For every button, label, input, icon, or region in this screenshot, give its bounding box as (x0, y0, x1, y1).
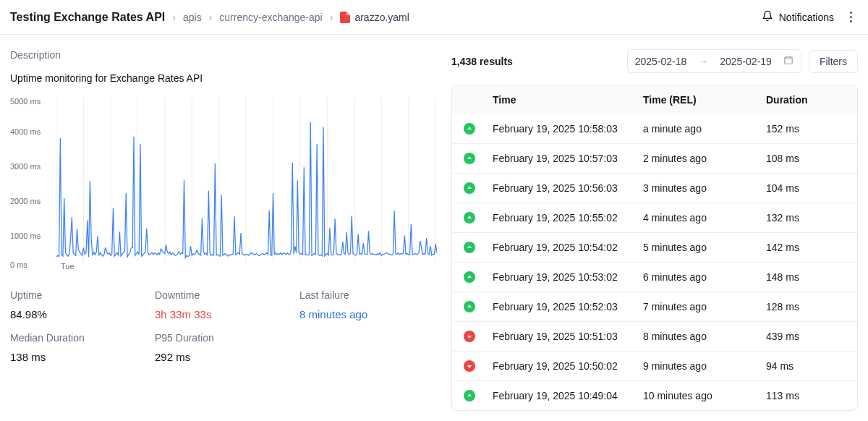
stat-value: 292 ms (155, 351, 292, 363)
table-row[interactable]: February 19, 2025 10:54:025 minutes ago1… (452, 232, 857, 262)
cell-rel: 8 minutes ago (643, 331, 766, 342)
breadcrumb-file[interactable]: arazzo.yaml (340, 12, 409, 23)
stat-p95: P95 Duration 292 ms (155, 332, 292, 363)
table-row[interactable]: February 19, 2025 10:57:032 minutes ago1… (452, 143, 857, 173)
date-from: 2025-02-18 (635, 56, 687, 67)
stats-grid: Uptime 84.98% Downtime 3h 33m 33s Last f… (10, 289, 437, 363)
status-up-icon (464, 212, 475, 224)
cell-rel: 2 minutes ago (643, 153, 766, 164)
status-down-icon (464, 331, 475, 342)
cell-rel: 10 minutes ago (643, 390, 766, 401)
col-rel[interactable]: Time (REL) (643, 94, 766, 106)
notifications-label: Notifications (779, 12, 834, 23)
cell-duration: 94 ms (766, 360, 846, 372)
ytick-2: 2000 ms (10, 197, 41, 205)
table-row[interactable]: February 19, 2025 10:56:033 minutes ago1… (452, 173, 857, 203)
ytick-0: 0 ms (10, 260, 27, 269)
stat-last-failure: Last failure 8 minutes ago (299, 289, 437, 320)
cell-rel: a minute ago (643, 123, 766, 135)
filters-button[interactable]: Filters (809, 50, 858, 73)
table-row[interactable]: February 19, 2025 10:50:029 minutes ago9… (452, 351, 857, 380)
cell-duration: 108 ms (766, 153, 846, 164)
top-bar: Testing Exchange Rates API › apis › curr… (0, 0, 868, 35)
table-row[interactable]: February 19, 2025 10:55:024 minutes ago1… (452, 203, 857, 232)
cell-time: February 19, 2025 10:54:02 (493, 242, 643, 253)
col-time[interactable]: Time (493, 94, 643, 106)
status-up-icon (464, 271, 475, 283)
stat-label: Uptime (10, 289, 148, 301)
status-up-icon (464, 123, 475, 135)
status-up-icon (464, 153, 475, 164)
calendar-icon (783, 55, 793, 67)
stat-label: P95 Duration (155, 332, 292, 344)
description-label: Description (10, 49, 437, 61)
chevron-right-icon: › (209, 12, 213, 23)
results-controls: 2025-02-18 → 2025-02-19 Filters (627, 49, 858, 73)
cell-duration: 113 ms (766, 390, 846, 401)
table-row[interactable]: February 19, 2025 10:51:038 minutes ago4… (452, 321, 857, 351)
cell-time: February 19, 2025 10:58:03 (493, 123, 643, 135)
chevron-right-icon: › (172, 12, 176, 23)
header-actions: Notifications (762, 9, 855, 25)
more-menu-button[interactable] (847, 9, 855, 25)
arrow-right-icon: → (698, 56, 708, 67)
page-title: Testing Exchange Rates API (10, 11, 165, 24)
cell-rel: 5 minutes ago (643, 242, 766, 253)
cell-duration: 148 ms (766, 271, 846, 283)
status-up-icon (464, 182, 475, 194)
notifications-button[interactable]: Notifications (762, 10, 834, 24)
status-up-icon (464, 301, 475, 312)
cell-duration: 142 ms (766, 242, 846, 253)
cell-duration: 152 ms (766, 123, 846, 135)
table-row[interactable]: February 19, 2025 10:53:026 minutes ago1… (452, 262, 857, 292)
breadcrumb-apis[interactable]: apis (183, 12, 202, 23)
cell-time: February 19, 2025 10:51:03 (493, 331, 643, 342)
latency-chart[interactable]: 0 ms 1000 ms 2000 ms 3000 ms 4000 ms 500… (10, 97, 437, 271)
status-down-icon (464, 360, 475, 372)
cell-rel: 3 minutes ago (643, 182, 766, 194)
cell-time: February 19, 2025 10:57:03 (493, 153, 643, 164)
cell-time: February 19, 2025 10:50:02 (493, 360, 643, 372)
cell-time: February 19, 2025 10:56:03 (493, 182, 643, 194)
stat-value: 84.98% (10, 308, 148, 320)
file-icon (340, 12, 350, 23)
chevron-right-icon: › (330, 12, 333, 23)
cell-rel: 4 minutes ago (643, 212, 766, 224)
col-duration[interactable]: Duration (766, 94, 846, 106)
ytick-5: 5000 ms (10, 97, 41, 106)
stat-median: Median Duration 138 ms (10, 332, 148, 363)
cell-time: February 19, 2025 10:52:03 (493, 301, 643, 312)
breadcrumb: Testing Exchange Rates API › apis › curr… (10, 11, 409, 24)
chart-svg (56, 97, 437, 263)
bell-icon (762, 10, 773, 24)
description-panel: Description Uptime monitoring for Exchan… (10, 49, 437, 421)
cell-rel: 9 minutes ago (643, 360, 766, 372)
date-range-picker[interactable]: 2025-02-18 → 2025-02-19 (627, 49, 801, 73)
cell-time: February 19, 2025 10:55:02 (493, 212, 643, 224)
results-count: 1,438 results (451, 56, 513, 67)
breadcrumb-api-name[interactable]: currency-exchange-api (219, 12, 322, 23)
table-row[interactable]: February 19, 2025 10:49:0410 minutes ago… (452, 380, 857, 410)
stat-downtime: Downtime 3h 33m 33s (155, 289, 292, 320)
table-row[interactable]: February 19, 2025 10:52:037 minutes ago1… (452, 292, 857, 321)
date-to: 2025-02-19 (720, 56, 772, 67)
status-up-icon (464, 390, 475, 401)
results-panel: 1,438 results 2025-02-18 → 2025-02-19 Fi… (451, 49, 858, 421)
stat-value: 3h 33m 33s (155, 308, 292, 320)
table-row[interactable]: February 19, 2025 10:58:03a minute ago15… (452, 114, 857, 143)
stat-label: Downtime (155, 289, 292, 301)
description-body: Uptime monitoring for Exchange Rates API (10, 72, 437, 84)
cell-duration: 132 ms (766, 212, 846, 224)
cell-duration: 128 ms (766, 301, 846, 312)
stat-uptime: Uptime 84.98% (10, 289, 148, 320)
cell-duration: 439 ms (766, 331, 846, 342)
ytick-1: 1000 ms (10, 231, 41, 240)
stat-value[interactable]: 8 minutes ago (299, 308, 437, 320)
ytick-4: 4000 ms (10, 127, 41, 136)
cell-time: February 19, 2025 10:53:02 (493, 271, 643, 283)
results-header: 1,438 results 2025-02-18 → 2025-02-19 Fi… (451, 49, 858, 73)
xtick-tue: Tue (61, 262, 75, 271)
table-header: Time Time (REL) Duration (452, 85, 857, 114)
stat-label: Last failure (299, 289, 437, 301)
status-up-icon (464, 242, 475, 253)
